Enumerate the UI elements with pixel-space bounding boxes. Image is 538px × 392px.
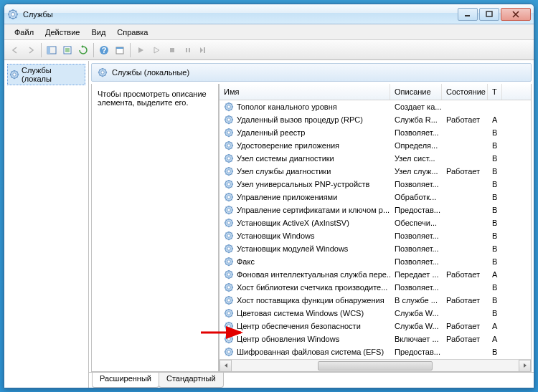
stop-service-button[interactable] bbox=[164, 42, 180, 58]
service-desc: Предостав... bbox=[390, 347, 442, 357]
service-desc: Обеспечи... bbox=[390, 218, 442, 228]
window-title: Службы bbox=[23, 10, 458, 19]
minimize-button[interactable] bbox=[458, 8, 478, 21]
scroll-thumb[interactable] bbox=[318, 361, 433, 371]
service-row[interactable]: Установщик ActiveX (AxInstSV)Обеспечи...… bbox=[220, 216, 531, 229]
service-state bbox=[442, 222, 488, 224]
forward-button[interactable] bbox=[23, 42, 39, 58]
service-type: В bbox=[488, 231, 502, 241]
service-name: Центр обновления Windows bbox=[237, 335, 339, 343]
service-name: Тополог канального уровня bbox=[237, 102, 337, 111]
service-row[interactable]: Центр обеспечения безопасностиСлужба W..… bbox=[220, 320, 531, 333]
service-row[interactable]: Узел службы диагностикиУзел служ...Работ… bbox=[220, 165, 531, 178]
start-service-button[interactable] bbox=[133, 42, 148, 58]
service-row[interactable]: Тополог канального уровняСоздает ка... bbox=[220, 100, 531, 113]
back-button[interactable] bbox=[7, 42, 23, 58]
service-row[interactable]: Шифрованная файловая система (EFS)Предос… bbox=[220, 345, 531, 358]
tree-root-services[interactable]: Службы (локалы bbox=[7, 64, 85, 85]
service-desc: Служба R... bbox=[390, 115, 442, 125]
show-hide-tree-button[interactable] bbox=[44, 42, 60, 58]
service-icon bbox=[224, 218, 234, 228]
service-icon bbox=[224, 347, 234, 357]
titlebar[interactable]: Службы bbox=[4, 4, 534, 24]
service-name: Установщик Windows bbox=[237, 231, 315, 240]
service-name: Цветовая система Windows (WCS) bbox=[237, 309, 364, 317]
properties-button[interactable] bbox=[112, 42, 128, 58]
service-desc: Позволяет... bbox=[390, 128, 442, 138]
service-row[interactable]: Хост поставщика функции обнаруженияВ слу… bbox=[220, 294, 531, 307]
service-row[interactable]: Удаленный реестрПозволяет...В bbox=[220, 126, 531, 139]
service-name: Управление приложениями bbox=[237, 193, 337, 201]
service-icon bbox=[224, 179, 234, 189]
service-type: В bbox=[488, 257, 502, 267]
close-button[interactable] bbox=[501, 8, 531, 21]
service-type: В bbox=[488, 295, 502, 305]
service-desc: Узел служ... bbox=[390, 166, 442, 176]
main-header-title: Службы (локальные) bbox=[112, 68, 189, 77]
svg-rect-11 bbox=[170, 48, 174, 52]
service-name: Удостоверение приложения bbox=[237, 141, 339, 150]
scroll-track[interactable] bbox=[232, 360, 519, 372]
service-icon bbox=[224, 102, 234, 112]
sidebar: Службы (локалы bbox=[4, 61, 89, 388]
service-row[interactable]: Хост библиотеки счетчика производите...П… bbox=[220, 281, 531, 294]
service-name: Удаленный вызов процедур (RPC) bbox=[237, 115, 363, 124]
pause-service-button[interactable] bbox=[180, 42, 196, 58]
service-icon bbox=[224, 334, 234, 344]
main-header: Службы (локальные) bbox=[91, 63, 532, 82]
description-text: Чтобы просмотреть описание элемента, выд… bbox=[98, 90, 212, 107]
col-name[interactable]: Имя bbox=[220, 84, 390, 100]
list-body[interactable]: Тополог канального уровняСоздает ка...Уд… bbox=[220, 100, 531, 359]
service-desc: Создает ка... bbox=[390, 102, 442, 112]
service-desc: Предостав... bbox=[390, 205, 442, 215]
maximize-button[interactable] bbox=[479, 8, 499, 21]
service-row[interactable]: Удостоверение приложенияОпределя...В bbox=[220, 139, 531, 152]
service-desc: Позволяет... bbox=[390, 244, 442, 254]
toolbar: ? bbox=[4, 40, 534, 60]
service-row[interactable]: Управление сертификатами и ключом р...Пр… bbox=[220, 204, 531, 216]
service-icon bbox=[224, 282, 234, 292]
service-state bbox=[442, 261, 488, 262]
services-window: Службы Файл Действие Вид Справка ? bbox=[4, 4, 534, 388]
service-row[interactable]: Цветовая система Windows (WCS)Служба W..… bbox=[220, 307, 531, 320]
service-name: Управление сертификатами и ключом р... bbox=[237, 206, 390, 214]
menu-file[interactable]: Файл bbox=[9, 26, 39, 39]
service-row[interactable]: Фоновая интеллектуальная служба пере...П… bbox=[220, 268, 531, 281]
service-desc: Позволяет... bbox=[390, 282, 442, 292]
service-state bbox=[442, 145, 488, 146]
service-row[interactable]: Центр обновления WindowsВключает ...Рабо… bbox=[220, 333, 531, 345]
service-row[interactable]: Установщик WindowsПозволяет...В bbox=[220, 229, 531, 242]
menu-help[interactable]: Справка bbox=[111, 26, 154, 39]
service-state bbox=[442, 312, 488, 314]
tab-extended[interactable]: Расширенный bbox=[92, 373, 159, 388]
service-row[interactable]: Узел системы диагностикиУзел сист...В bbox=[220, 152, 531, 165]
scroll-right-button[interactable] bbox=[519, 360, 531, 372]
service-type: А bbox=[488, 269, 502, 279]
tab-standard[interactable]: Стандартный bbox=[159, 373, 224, 388]
restart-service-button[interactable] bbox=[196, 42, 212, 58]
service-name: Узел универсальных PNP-устройств bbox=[237, 180, 369, 188]
export-list-button[interactable] bbox=[60, 42, 75, 58]
svg-rect-12 bbox=[186, 48, 187, 52]
service-icon bbox=[224, 128, 234, 138]
menu-action[interactable]: Действие bbox=[39, 26, 85, 39]
col-state[interactable]: Состояние bbox=[442, 84, 488, 100]
description-pane: Чтобы просмотреть описание элемента, выд… bbox=[91, 84, 219, 372]
service-row[interactable]: Удаленный вызов процедур (RPC)Служба R..… bbox=[220, 113, 531, 126]
list-header: Имя Описание Состояние Т bbox=[220, 84, 531, 100]
menubar: Файл Действие Вид Справка bbox=[4, 24, 534, 40]
view-tabs: Расширенный Стандартный bbox=[89, 372, 534, 388]
scroll-left-button[interactable] bbox=[220, 360, 232, 372]
refresh-button[interactable] bbox=[75, 42, 91, 58]
service-type: А bbox=[488, 115, 502, 125]
col-type[interactable]: Т bbox=[488, 84, 502, 100]
service-row[interactable]: Установщик модулей WindowsПозволяет...В bbox=[220, 242, 531, 255]
service-row[interactable]: Управление приложениямиОбработк...В bbox=[220, 191, 531, 204]
horizontal-scrollbar[interactable] bbox=[220, 359, 531, 371]
service-row[interactable]: Узел универсальных PNP-устройствПозволяе… bbox=[220, 178, 531, 191]
service-row[interactable]: ФаксПозволяет...В bbox=[220, 255, 531, 268]
help-button[interactable]: ? bbox=[96, 42, 112, 58]
start-service-button-2[interactable] bbox=[148, 42, 164, 58]
col-desc[interactable]: Описание bbox=[390, 84, 442, 100]
menu-view[interactable]: Вид bbox=[85, 26, 111, 39]
